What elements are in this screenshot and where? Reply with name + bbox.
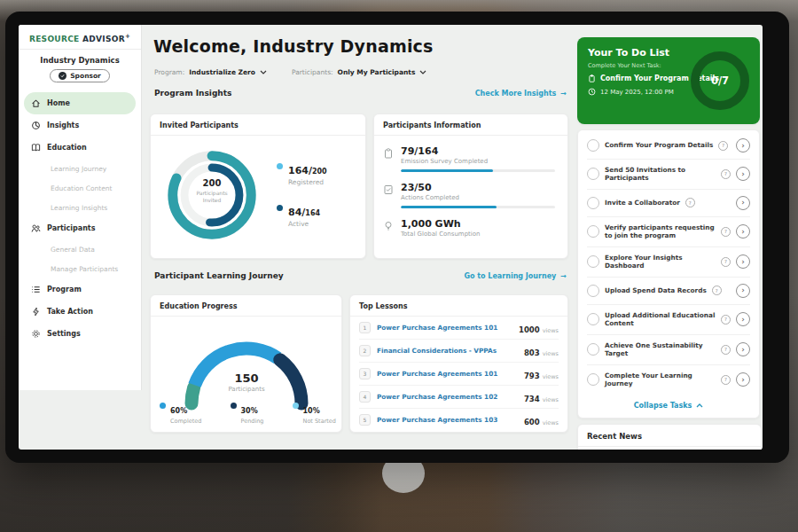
lesson-views: 734 — [524, 395, 540, 403]
metric-label: Actions Completed — [401, 194, 555, 201]
program-filter[interactable]: Program: Industrialize Zero — [154, 68, 267, 76]
todo-progress-value: 0/7 — [711, 74, 729, 87]
collapse-label: Collapse Tasks — [634, 402, 692, 410]
task-chevron-button[interactable]: › — [736, 254, 750, 269]
task-row[interactable]: Upload Spend Data Records ? › — [587, 278, 750, 305]
task-chevron-button[interactable]: › — [736, 372, 750, 387]
task-row[interactable]: Explore Your Insights Dashboard ? › — [587, 247, 750, 278]
sidebar-item-home[interactable]: Home — [24, 92, 136, 114]
task-checkbox[interactable] — [587, 285, 599, 297]
lesson-row: 3 Power Purchase Agreements 101 793views — [359, 363, 559, 386]
task-row[interactable]: Complete Your Learning Journey ? › — [587, 365, 750, 395]
lightbulb-icon — [383, 221, 394, 231]
task-checkbox[interactable] — [587, 168, 599, 180]
participants-filter[interactable]: Participants: Only My Participants — [292, 68, 426, 76]
sidebar-item-learning-journey[interactable]: Learning Journey — [19, 159, 141, 178]
task-chevron-button[interactable]: › — [736, 196, 750, 210]
sidebar-item-take-action[interactable]: Take Action — [19, 301, 141, 323]
task-chevron-button[interactable]: › — [736, 312, 750, 326]
sidebar-item-learning-insights[interactable]: Learning Insights — [19, 198, 141, 217]
check-more-insights-link[interactable]: Check More Insights → — [475, 90, 567, 98]
metric-progress-bar — [401, 206, 555, 208]
program-filter-label: Program: — [154, 68, 184, 76]
lesson-link[interactable]: Power Purchase Agreements 101 — [377, 324, 512, 332]
lesson-row: 5 Power Purchase Agreements 103 600views — [359, 409, 559, 431]
learning-journey-header: Participant Learning Journey Go to Learn… — [154, 271, 567, 280]
go-to-learning-journey-link[interactable]: Go to Learning Journey → — [464, 272, 567, 280]
help-icon[interactable]: ? — [721, 375, 731, 385]
participants-filter-label: Participants: — [292, 68, 333, 76]
gear-icon — [31, 329, 41, 339]
sidebar-item-label: Program — [47, 286, 82, 293]
help-icon[interactable]: ? — [721, 345, 731, 355]
lesson-link[interactable]: Financial Considerations - VPPAs — [377, 347, 518, 355]
lesson-link[interactable]: Power Purchase Agreements 102 — [377, 393, 518, 401]
sidebar-item-settings[interactable]: Settings — [19, 323, 141, 345]
help-icon[interactable]: ? — [721, 169, 731, 179]
task-chevron-button[interactable]: › — [736, 167, 750, 181]
help-icon[interactable]: ? — [718, 141, 728, 151]
task-chevron-button[interactable]: › — [736, 284, 750, 298]
task-chevron-button[interactable]: › — [736, 138, 750, 153]
task-row[interactable]: Verify participants requesting to join t… — [587, 217, 750, 247]
help-icon[interactable]: ? — [721, 227, 731, 237]
sidebar-item-insights[interactable]: Insights — [19, 114, 141, 137]
legend-registered: 164/200 Registered — [277, 160, 327, 186]
task-checkbox[interactable] — [587, 343, 599, 356]
lesson-link[interactable]: Power Purchase Agreements 103 — [377, 416, 518, 424]
task-chevron-button[interactable]: › — [736, 224, 750, 239]
sidebar-item-education[interactable]: Education — [19, 137, 141, 159]
task-checkbox[interactable] — [587, 373, 599, 386]
task-checkbox[interactable] — [587, 255, 599, 268]
card-title: Top Lessons — [350, 295, 567, 317]
program-filter-value: Industrialize Zero — [189, 68, 255, 76]
task-row[interactable]: Achieve One Sustainability Target ? › — [587, 335, 750, 365]
help-icon[interactable]: ? — [721, 257, 731, 267]
sidebar-nav: Home Insights Education Learning Journey… — [19, 92, 141, 345]
collapse-tasks-link[interactable]: Collapse Tasks — [587, 395, 750, 413]
card-title: Invited Participants — [151, 114, 365, 136]
task-row[interactable]: Send 50 Invitations to Participants ? › — [587, 160, 750, 190]
task-checkbox[interactable] — [587, 197, 599, 209]
link-label: Check More Insights — [475, 90, 557, 98]
task-checkbox[interactable] — [587, 139, 599, 152]
sidebar-item-program[interactable]: Program — [19, 278, 141, 301]
org-name: Industry Dynamics — [19, 56, 141, 65]
task-row[interactable]: Invite a Collaborator ? › — [587, 190, 750, 217]
lesson-views: 1000 — [519, 325, 540, 334]
task-row[interactable]: Confirm Your Program Details ? › — [587, 132, 750, 160]
list-icon — [31, 285, 41, 294]
lesson-views-suffix: views — [543, 373, 559, 380]
participants-information-card: Participants Information 79/164 Emission… — [373, 113, 568, 259]
sidebar-item-general-data[interactable]: General Data — [19, 239, 141, 259]
legend-dot — [293, 403, 299, 409]
help-icon[interactable]: ? — [721, 315, 731, 325]
education-progress-card: Education Progress 150 Participants 60% … — [150, 294, 342, 433]
lesson-link[interactable]: Power Purchase Agreements 101 — [377, 370, 518, 378]
gauge-legend: 60% Completed 30% Pending 10% Not Starte… — [160, 400, 336, 425]
sponsor-badge[interactable]: Sponsor — [50, 69, 110, 82]
sidebar-item-label: Home — [47, 99, 70, 107]
todo-progress-ring: 0/7 — [691, 51, 749, 110]
lesson-rank: 1 — [359, 322, 371, 333]
lesson-views-suffix: views — [543, 396, 559, 403]
clock-icon — [588, 88, 596, 96]
help-icon[interactable]: ? — [712, 286, 722, 295]
task-row[interactable]: Upload Additional Educational Content ? … — [587, 305, 750, 335]
filters-row: Program: Industrialize Zero Participants… — [154, 68, 426, 76]
task-chevron-button[interactable]: › — [736, 342, 750, 356]
legend-dot — [277, 205, 283, 211]
sidebar-item-education-content[interactable]: Education Content — [19, 178, 141, 198]
sidebar-item-manage-participants[interactable]: Manage Participants — [19, 259, 141, 278]
sponsor-icon — [59, 72, 66, 80]
task-checkbox[interactable] — [587, 225, 599, 238]
recent-news-heading: Recent News — [578, 425, 761, 447]
metric-progress-bar — [401, 169, 555, 172]
help-icon[interactable]: ? — [685, 198, 695, 207]
sidebar-item-participants[interactable]: Participants — [19, 217, 141, 239]
metric-consumption: 1,000 GWh Total Global Consumption — [374, 218, 567, 238]
legend-value: 30% — [241, 407, 258, 415]
task-checkbox[interactable] — [587, 313, 599, 325]
sidebar-item-label: Manage Participants — [51, 265, 118, 273]
logo-plus: + — [125, 33, 130, 40]
